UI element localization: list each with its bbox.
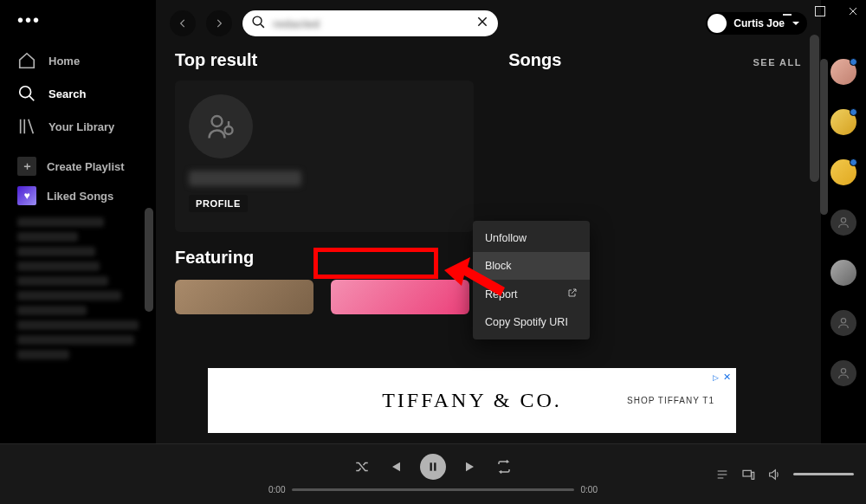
time-total: 0:00 <box>581 485 598 494</box>
topbar: redacted Curtis Joe <box>156 0 821 47</box>
window-maximize-button[interactable] <box>814 5 826 17</box>
sidebar-item-search[interactable]: Search <box>0 77 156 110</box>
create-playlist-label: Create Playlist <box>47 160 125 173</box>
see-all-link[interactable]: SEE ALL <box>753 57 802 68</box>
home-icon <box>17 51 36 70</box>
sidebar-create-playlist[interactable]: ＋ Create Playlist <box>0 152 156 181</box>
search-icon <box>251 15 266 33</box>
search-field[interactable]: redacted <box>242 10 498 36</box>
list-item[interactable] <box>17 262 100 271</box>
sidebar-item-label: Search <box>48 87 86 100</box>
ad-banner[interactable]: ▷✕ TIFFANY & CO. SHOP TIFFANY T1 <box>208 368 736 433</box>
svg-rect-9 <box>434 462 436 470</box>
sidebar-item-label: Home <box>48 55 80 68</box>
volume-button[interactable] <box>767 468 781 481</box>
plus-icon: ＋ <box>17 157 36 176</box>
rail-scrollbar[interactable] <box>820 59 828 215</box>
list-item[interactable] <box>17 335 134 345</box>
window-minimize-button[interactable] <box>781 5 793 17</box>
svg-point-0 <box>20 87 31 98</box>
devices-button[interactable] <box>741 468 755 481</box>
main-scrollbar[interactable] <box>810 35 819 182</box>
player-bar: 0:00 0:00 <box>0 443 866 504</box>
svg-point-6 <box>841 319 845 323</box>
friend-avatar[interactable] <box>830 109 856 135</box>
sidebar-scrollbar[interactable] <box>145 208 153 312</box>
list-item[interactable] <box>17 247 95 256</box>
heart-icon: ♥ <box>17 186 36 205</box>
window-close-button[interactable] <box>847 5 859 17</box>
online-dot-icon <box>850 108 857 116</box>
svg-rect-10 <box>743 470 751 476</box>
svg-point-1 <box>253 16 262 25</box>
caret-down-icon <box>792 16 800 31</box>
external-link-icon <box>567 288 578 300</box>
nav-forward-button[interactable] <box>206 10 232 36</box>
time-elapsed: 0:00 <box>268 485 285 494</box>
svg-rect-8 <box>430 462 432 470</box>
svg-rect-11 <box>752 472 754 479</box>
repeat-button[interactable] <box>496 459 512 475</box>
featuring-card[interactable] <box>175 280 313 314</box>
list-item[interactable] <box>17 276 108 286</box>
svg-point-3 <box>225 126 233 134</box>
friend-avatar[interactable] <box>830 310 856 336</box>
context-menu-unfollow[interactable]: Unfollow <box>473 224 590 252</box>
sidebar-item-library[interactable]: Your Library <box>0 110 156 143</box>
window-controls <box>781 5 859 17</box>
friend-avatar[interactable] <box>830 59 856 85</box>
svg-point-5 <box>841 218 845 223</box>
sidebar: ••• Home Search Your Library ＋ Create Pl… <box>0 0 156 443</box>
svg-point-2 <box>212 116 223 126</box>
clear-search-button[interactable] <box>475 15 489 32</box>
list-item[interactable] <box>17 306 87 315</box>
search-icon <box>17 84 36 103</box>
heading-top-result: Top result <box>175 50 257 70</box>
svg-point-7 <box>841 369 845 373</box>
context-menu-block[interactable]: Block <box>473 252 590 280</box>
online-dot-icon <box>850 58 857 66</box>
context-menu: Unfollow Block Report Copy Spotify URI <box>473 221 590 339</box>
shuffle-button[interactable] <box>354 459 370 475</box>
play-pause-button[interactable] <box>420 454 446 480</box>
search-value: redacted <box>273 17 469 30</box>
list-item[interactable] <box>17 217 104 227</box>
top-result-card[interactable]: PROFILE <box>175 81 474 232</box>
ad-title: TIFFANY & CO. <box>382 389 562 412</box>
nav-back-button[interactable] <box>170 10 196 36</box>
volume-slider[interactable] <box>793 473 854 475</box>
sidebar-liked-songs[interactable]: ♥ Liked Songs <box>0 181 156 210</box>
context-menu-copy-uri[interactable]: Copy Spotify URI <box>473 308 590 336</box>
profile-badge: PROFILE <box>189 195 248 212</box>
list-item[interactable] <box>17 232 78 242</box>
library-icon <box>17 117 36 136</box>
next-button[interactable] <box>463 459 479 475</box>
avatar <box>708 14 727 33</box>
app-menu-button[interactable]: ••• <box>0 10 156 30</box>
friend-avatar[interactable] <box>830 360 856 386</box>
online-dot-icon <box>850 158 857 166</box>
queue-button[interactable] <box>715 468 729 481</box>
list-item[interactable] <box>17 291 121 300</box>
friend-avatar[interactable] <box>830 159 856 185</box>
profile-avatar <box>189 94 253 158</box>
heading-songs: Songs <box>508 50 561 70</box>
liked-songs-label: Liked Songs <box>47 190 113 203</box>
previous-button[interactable] <box>387 459 403 475</box>
user-name: Curtis Joe <box>734 17 785 29</box>
adchoices-icon[interactable]: ▷✕ <box>713 372 731 383</box>
playlist-list <box>0 217 156 359</box>
list-item[interactable] <box>17 320 139 330</box>
ad-cta[interactable]: SHOP TIFFANY T1 <box>627 396 714 405</box>
sidebar-item-label: Your Library <box>48 120 114 133</box>
featuring-card[interactable] <box>331 280 469 314</box>
friend-avatar[interactable] <box>830 210 856 236</box>
context-menu-report[interactable]: Report <box>473 280 590 308</box>
list-item[interactable] <box>17 350 69 359</box>
friend-activity-rail <box>821 24 866 443</box>
profile-name-redacted <box>189 171 301 186</box>
friend-avatar[interactable] <box>830 260 856 286</box>
sidebar-item-home[interactable]: Home <box>0 44 156 77</box>
progress-bar[interactable] <box>292 488 573 491</box>
